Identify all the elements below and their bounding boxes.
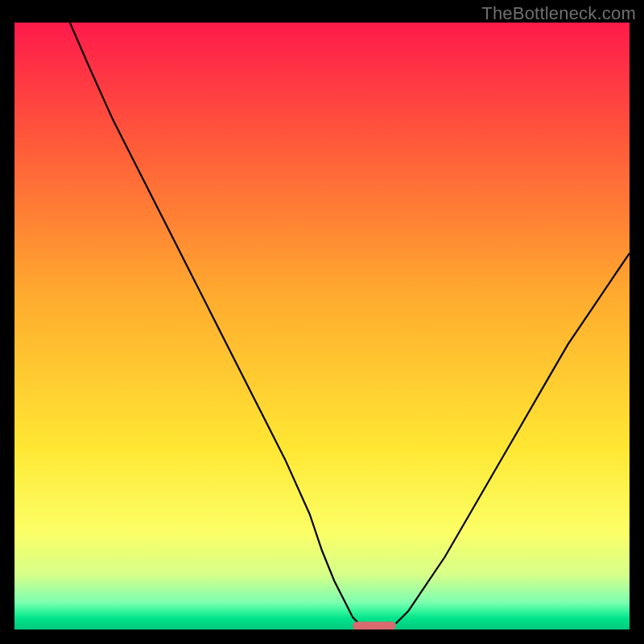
chart-frame: TheBottleneck.com xyxy=(0,0,644,644)
chart-svg xyxy=(14,23,630,630)
chart-background xyxy=(14,23,630,630)
watermark-text: TheBottleneck.com xyxy=(481,3,636,24)
plot-area xyxy=(14,23,630,630)
optimal-marker xyxy=(353,621,396,630)
